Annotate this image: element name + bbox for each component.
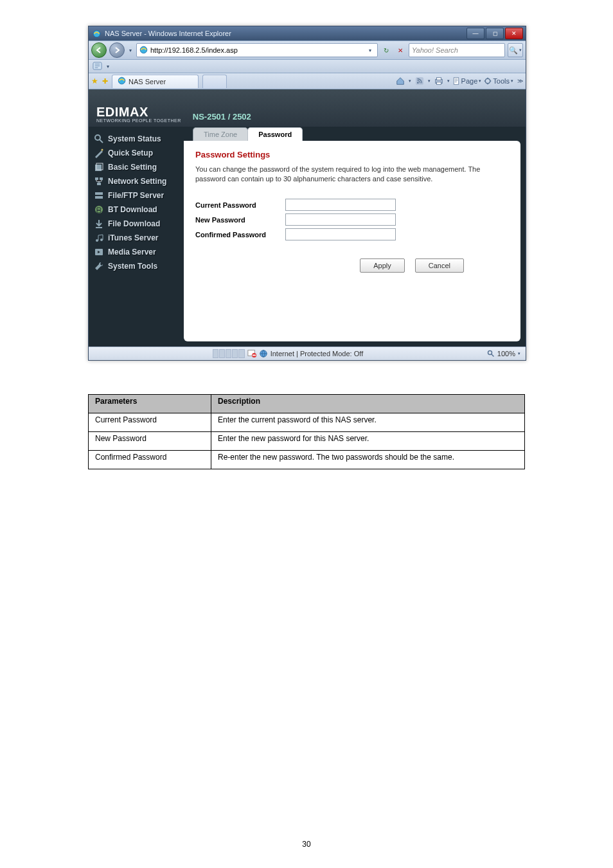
brand-logo: EDIMAX NETWORKING PEOPLE TOGETHER [96, 105, 181, 123]
media-icon [94, 247, 104, 257]
svg-rect-17 [100, 177, 103, 180]
forward-button[interactable] [109, 42, 125, 58]
nav-history-drop[interactable]: ▾ [127, 45, 134, 55]
sidebar-item-media[interactable]: Media Server [89, 245, 184, 259]
svg-rect-9 [454, 78, 459, 85]
search-placeholder: Yahoo! Search [412, 46, 458, 54]
home-icon[interactable] [395, 76, 406, 86]
sidebar: System Status Quick Setup Basic Setting … [89, 127, 184, 347]
minimize-button[interactable]: — [466, 28, 484, 39]
torrent-icon [94, 204, 104, 215]
table-row: New Password Enter the new password for … [89, 432, 525, 451]
sidebar-item-bt-download[interactable]: BT Download [89, 203, 184, 217]
address-text: http://192.168.2.5/index.asp [150, 46, 366, 54]
svg-rect-8 [436, 82, 441, 85]
back-button[interactable] [91, 42, 107, 58]
status-grip [213, 349, 245, 358]
input-current-password[interactable] [285, 199, 396, 211]
tools-icon [94, 261, 104, 271]
download-icon [94, 219, 104, 229]
svg-rect-18 [97, 183, 101, 185]
sidebar-item-system-tools[interactable]: System Tools [89, 259, 184, 273]
svg-rect-7 [436, 78, 441, 80]
brand-model: NS-2501 / 2502 [193, 112, 251, 122]
ie-icon [139, 46, 148, 55]
window-titlebar: NAS Server - Windows Internet Explorer —… [89, 26, 526, 41]
svg-rect-27 [253, 355, 256, 356]
sidebar-item-network-setting[interactable]: Network Setting [89, 174, 184, 188]
svg-point-21 [95, 206, 103, 213]
apply-button[interactable]: Apply [360, 258, 405, 273]
sidebar-item-system-status[interactable]: System Status [89, 132, 184, 146]
zoom-value: 100% [497, 350, 515, 357]
sidebar-item-file-ftp[interactable]: File/FTP Server [89, 188, 184, 203]
ie-icon [93, 30, 101, 38]
status-icon [94, 134, 104, 144]
svg-line-30 [492, 354, 494, 357]
table-header-parameters: Parameters [89, 395, 211, 413]
ie-icon [118, 77, 126, 86]
search-go-button[interactable]: 🔍▾ [508, 43, 523, 57]
app-tabs: Time Zone Password [184, 127, 520, 141]
print-icon[interactable] [433, 76, 445, 86]
svg-point-5 [417, 82, 419, 84]
sidebar-item-file-download[interactable]: File Download [89, 217, 184, 231]
svg-point-23 [100, 239, 103, 241]
feeds-icon[interactable] [414, 76, 425, 86]
svg-rect-20 [95, 196, 103, 199]
favorites-bar: ▾ [89, 60, 526, 73]
page-menu[interactable]: Page▾ [452, 77, 482, 85]
table-row: Confirmed Password Re-enter the new pass… [89, 451, 525, 469]
browser-tab-active[interactable]: NAS Server [112, 75, 199, 88]
internet-zone-icon [259, 349, 268, 358]
sidebar-item-basic-setting[interactable]: Basic Setting [89, 160, 184, 174]
status-bar: Internet | Protected Mode: Off 100% ▾ [89, 347, 526, 360]
svg-rect-19 [95, 192, 103, 195]
toolbar-overflow[interactable]: ≫ [517, 78, 523, 84]
table-header-description: Description [211, 395, 525, 413]
page-number: 30 [0, 840, 613, 849]
label-new-password: New Password [195, 216, 285, 224]
zoom-control[interactable]: 100% ▾ [487, 350, 520, 357]
music-icon [94, 233, 104, 243]
tab-password[interactable]: Password [247, 127, 303, 141]
app-header: EDIMAX NETWORKING PEOPLE TOGETHER NS-250… [89, 89, 526, 127]
address-bar[interactable]: http://192.168.2.5/index.asp ▾ [136, 43, 378, 57]
svg-point-29 [488, 351, 492, 355]
sidebar-item-itunes[interactable]: iTunes Server [89, 231, 184, 245]
svg-rect-16 [95, 177, 98, 180]
input-confirmed-password[interactable] [285, 228, 396, 240]
parameter-table: Parameters Description Current Password … [88, 394, 525, 469]
favorites-center-icon[interactable] [93, 61, 102, 72]
tab-toolbar: ★ ✚ NAS Server ▾ ▾ [89, 73, 526, 89]
favorites-star-icon[interactable]: ★ [91, 77, 98, 86]
input-new-password[interactable] [285, 213, 396, 226]
network-icon [94, 176, 104, 186]
refresh-button[interactable]: ↻ [382, 46, 391, 55]
tab-time-zone[interactable]: Time Zone [193, 127, 248, 141]
stop-button[interactable]: ✕ [396, 46, 405, 55]
sidebar-item-quick-setup[interactable]: Quick Setup [89, 146, 184, 160]
new-tab-button[interactable] [202, 75, 227, 88]
label-confirmed-password: Confirmed Password [195, 231, 285, 239]
gear-icon [94, 162, 104, 172]
table-row: Current Password Enter the current passw… [89, 413, 525, 432]
search-icon: 🔍 [509, 46, 518, 55]
nas-app: EDIMAX NETWORKING PEOPLE TOGETHER NS-250… [89, 89, 526, 347]
tools-menu[interactable]: Tools▾ [484, 77, 513, 85]
svg-point-10 [486, 78, 491, 84]
address-drop[interactable]: ▾ [366, 48, 375, 53]
tab-label: NAS Server [129, 78, 166, 86]
blocked-popup-icon[interactable] [247, 348, 256, 359]
label-current-password: Current Password [195, 201, 285, 209]
svg-point-11 [95, 135, 100, 140]
search-bar[interactable]: Yahoo! Search [409, 43, 505, 57]
maximize-button[interactable]: ◻ [486, 28, 504, 39]
add-favorites-icon[interactable]: ✚ [102, 77, 108, 86]
cancel-button[interactable]: Cancel [415, 258, 464, 273]
password-panel: Password Settings You can change the pas… [184, 141, 520, 341]
favorites-drop[interactable]: ▾ [105, 61, 111, 71]
close-button[interactable]: ✕ [505, 28, 523, 39]
main-area: Time Zone Password Password Settings You… [184, 127, 520, 341]
nav-toolbar: ▾ http://192.168.2.5/index.asp ▾ ↻ ✕ Yah… [89, 41, 526, 60]
